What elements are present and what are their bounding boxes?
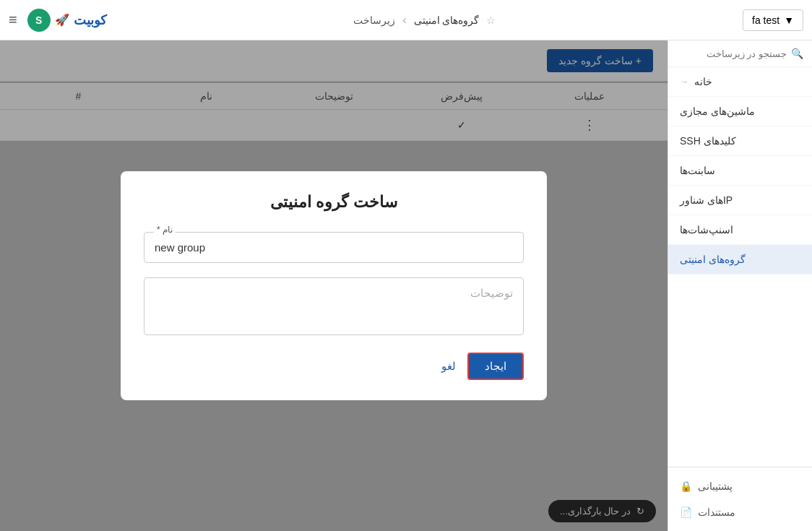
modal-actions: ایجاد لغو [144,353,524,380]
workspace-dropdown[interactable]: ▼ fa test [743,9,803,31]
dropdown-arrow-icon: ▼ [784,14,794,26]
sidebar-item-label: سابنت‌ها [680,165,715,176]
topbar-left: ▼ fa test [743,9,803,31]
workspace-name: fa test [752,14,779,26]
sidebar-item-ssh[interactable]: کلیدهای SSH [668,126,812,156]
support-icon: 🔒 [680,480,692,492]
description-input[interactable] [144,277,524,335]
modal-overlay: ساخت گروه امنیتی نام * ایجاد لغو [0,40,668,531]
sidebar-item-subnets[interactable]: سابنت‌ها [668,156,812,186]
breadcrumb: ☆ گروه‌های امنیتی › زیرساخت [353,14,496,27]
sidebar-item-label: اسنپ‌شات‌ها [680,224,733,236]
sidebar: 🔍 خانه → ماشین‌های مجازی کلیدهای SSH ساب… [668,40,812,531]
sidebar-item-label: مستندات [698,506,735,518]
content-area: + ساخت گروه جدید عملیات پیش‌فرض توضیحات … [0,40,668,531]
brand-icon: 🚀 [55,13,69,27]
sidebar-search-input[interactable] [677,48,787,59]
sidebar-nav: خانه → ماشین‌های مجازی کلیدهای SSH سابنت… [668,67,812,467]
sidebar-item-label: گروه‌های امنیتی [680,254,746,265]
brand-name: کوبیت [74,12,107,28]
main-layout: 🔍 خانه → ماشین‌های مجازی کلیدهای SSH ساب… [0,40,812,531]
sidebar-search: 🔍 [668,40,812,67]
topbar-right: کوبیت 🚀 S ≡ [9,9,107,32]
sidebar-item-label: پشتیبانی [698,480,733,492]
cancel-link[interactable]: لغو [441,360,456,373]
breadcrumb-parent[interactable]: زیرساخت [353,14,395,26]
sidebar-item-snapshots[interactable]: اسنپ‌شات‌ها [668,215,812,245]
sidebar-item-support[interactable]: پشتیبانی 🔒 [668,473,812,499]
sidebar-item-label: خانه [694,76,712,87]
brand-logo: کوبیت 🚀 S [27,9,107,32]
description-field-group [144,277,524,338]
sidebar-item-label: ماشین‌های مجازی [680,105,755,117]
breadcrumb-current: گروه‌های امنیتی [414,14,480,26]
name-label: نام * [154,225,176,235]
hamburger-icon[interactable]: ≡ [9,12,17,28]
name-input[interactable] [144,232,524,263]
sidebar-item-label: کلیدهای SSH [680,135,736,147]
home-arrow-icon: → [680,77,688,87]
sidebar-footer: پشتیبانی 🔒 مستندات 📄 [668,467,812,531]
sidebar-item-docs[interactable]: مستندات 📄 [668,499,812,525]
sidebar-item-security-groups[interactable]: گروه‌های امنیتی [668,245,812,275]
create-security-group-modal: ساخت گروه امنیتی نام * ایجاد لغو [121,171,547,400]
docs-icon: 📄 [680,506,692,518]
create-button[interactable]: ایجاد [467,353,524,380]
sidebar-item-vms[interactable]: ماشین‌های مجازی [668,97,812,126]
modal-title: ساخت گروه امنیتی [144,193,524,212]
sidebar-item-floating-ips[interactable]: IPهای شناور [668,186,812,215]
sidebar-item-label: IPهای شناور [680,194,733,206]
brand-avatar: S [27,9,51,32]
sidebar-item-home[interactable]: خانه → [668,67,812,97]
star-icon[interactable]: ☆ [486,14,496,26]
breadcrumb-separator: › [402,14,406,27]
name-field-group: نام * [144,232,524,263]
topbar: ▼ fa test ☆ گروه‌های امنیتی › زیرساخت کو… [0,0,812,40]
search-icon: 🔍 [791,48,803,59]
